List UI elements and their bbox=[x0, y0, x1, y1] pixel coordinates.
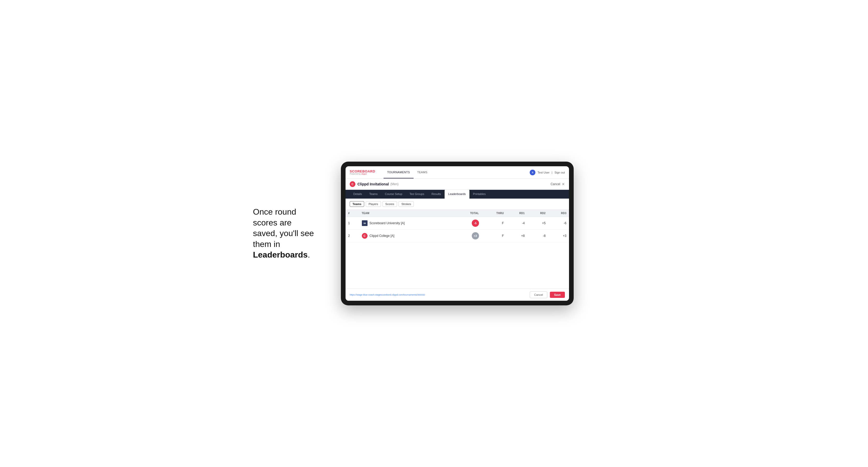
nav-teams[interactable]: TEAMS bbox=[413, 166, 431, 179]
top-nav: SCOREBOARD Powered by clippd TOURNAMENTS… bbox=[345, 166, 569, 179]
table-row: 1SBScoreboard University [A]-5F-4+5-6 bbox=[345, 217, 569, 229]
col-rd1: RD1 bbox=[506, 210, 527, 217]
rank-1: 1 bbox=[345, 217, 359, 229]
tab-teams[interactable]: Teams bbox=[366, 190, 381, 198]
total-score-2: +3 bbox=[454, 229, 481, 242]
tab-tee-groups[interactable]: Tee Groups bbox=[406, 190, 428, 198]
filter-bar: Teams Players Scores Strokes bbox=[345, 198, 569, 210]
brand: SCOREBOARD Powered by clippd bbox=[350, 169, 375, 175]
left-text-line3: saved, you'll see bbox=[253, 228, 314, 238]
footer-cancel-btn[interactable]: Cancel bbox=[530, 291, 547, 298]
filter-players-btn[interactable]: Players bbox=[366, 201, 381, 207]
cancel-label: Cancel bbox=[551, 182, 560, 186]
rd1-2: +8 bbox=[506, 229, 527, 242]
tournament-title: Clippd Invitational bbox=[358, 182, 389, 186]
rank-2: 2 bbox=[345, 229, 359, 242]
col-rank: # bbox=[345, 210, 359, 217]
table-row: 2CClippd College [A]+3F+8-8+3 bbox=[345, 229, 569, 242]
nav-links: TOURNAMENTS TEAMS bbox=[383, 166, 431, 179]
tab-course-setup[interactable]: Course Setup bbox=[381, 190, 406, 198]
col-thru: THRU bbox=[482, 210, 507, 217]
team-cell-1: SBScoreboard University [A] bbox=[359, 217, 454, 229]
filter-teams-btn[interactable]: Teams bbox=[350, 201, 364, 207]
filter-strokes-btn[interactable]: Strokes bbox=[399, 201, 414, 207]
separator: | bbox=[552, 171, 553, 174]
left-text-bold: Leaderboards bbox=[253, 250, 308, 259]
tab-details[interactable]: Details bbox=[350, 190, 366, 198]
team-name: Clippd College [A] bbox=[370, 234, 395, 238]
content-area: # TEAM TOTAL THRU RD1 RD2 RD3 1SBScorebo… bbox=[345, 210, 569, 288]
left-text-line4: them in bbox=[253, 240, 280, 249]
tablet-frame: SCOREBOARD Powered by clippd TOURNAMENTS… bbox=[341, 162, 574, 305]
nav-tournaments[interactable]: TOURNAMENTS bbox=[383, 166, 413, 179]
left-description: Once round scores are saved, you'll see … bbox=[253, 207, 326, 260]
tab-results[interactable]: Results bbox=[428, 190, 444, 198]
tablet-screen: SCOREBOARD Powered by clippd TOURNAMENTS… bbox=[345, 166, 569, 301]
rd2-2: -8 bbox=[527, 229, 548, 242]
total-score-1: -5 bbox=[454, 217, 481, 229]
sign-out-link[interactable]: Sign out bbox=[555, 171, 565, 174]
filter-scores-btn[interactable]: Scores bbox=[382, 201, 397, 207]
table-header-row: # TEAM TOTAL THRU RD1 RD2 RD3 bbox=[345, 210, 569, 217]
team-cell-2: CClippd College [A] bbox=[359, 229, 454, 242]
left-text-period: . bbox=[308, 250, 310, 259]
tab-printables[interactable]: Printables bbox=[469, 190, 489, 198]
thru-1: F bbox=[482, 217, 507, 229]
left-text-line2: scores are bbox=[253, 218, 291, 227]
col-rd2: RD2 bbox=[527, 210, 548, 217]
brand-sub: Powered by clippd bbox=[350, 173, 375, 175]
tournament-logo: C bbox=[350, 181, 355, 187]
col-team: TEAM bbox=[359, 210, 454, 217]
user-name: Test User bbox=[537, 171, 549, 174]
footer-save-btn[interactable]: Save bbox=[550, 292, 565, 298]
left-text-line1: Once round bbox=[253, 207, 296, 216]
tab-leaderboards[interactable]: Leaderboards bbox=[444, 190, 469, 198]
col-total: TOTAL bbox=[454, 210, 481, 217]
nav-right: S Test User | Sign out bbox=[530, 169, 565, 175]
team-name: Scoreboard University [A] bbox=[370, 221, 405, 225]
rd2-1: +5 bbox=[527, 217, 548, 229]
user-avatar: S bbox=[530, 169, 535, 175]
rd3-1: -6 bbox=[548, 217, 569, 229]
rd1-1: -4 bbox=[506, 217, 527, 229]
team-logo-c: C bbox=[362, 233, 368, 239]
leaderboard-table: # TEAM TOTAL THRU RD1 RD2 RD3 1SBScorebo… bbox=[345, 210, 569, 242]
sub-tabs: Details Teams Course Setup Tee Groups Re… bbox=[345, 190, 569, 198]
close-icon: ✕ bbox=[562, 182, 565, 186]
rd3-2: +3 bbox=[548, 229, 569, 242]
tournament-subtitle: (Men) bbox=[390, 182, 398, 186]
col-rd3: RD3 bbox=[548, 210, 569, 217]
team-logo-sb: SB bbox=[362, 220, 368, 226]
tournament-cancel-btn[interactable]: Cancel ✕ bbox=[551, 182, 565, 186]
tournament-header: C Clippd Invitational (Men) Cancel ✕ bbox=[345, 179, 569, 190]
thru-2: F bbox=[482, 229, 507, 242]
footer-url: https://stage-blue-coach.stagescorebord.… bbox=[350, 293, 425, 296]
app-footer: https://stage-blue-coach.stagescorebord.… bbox=[345, 288, 569, 301]
